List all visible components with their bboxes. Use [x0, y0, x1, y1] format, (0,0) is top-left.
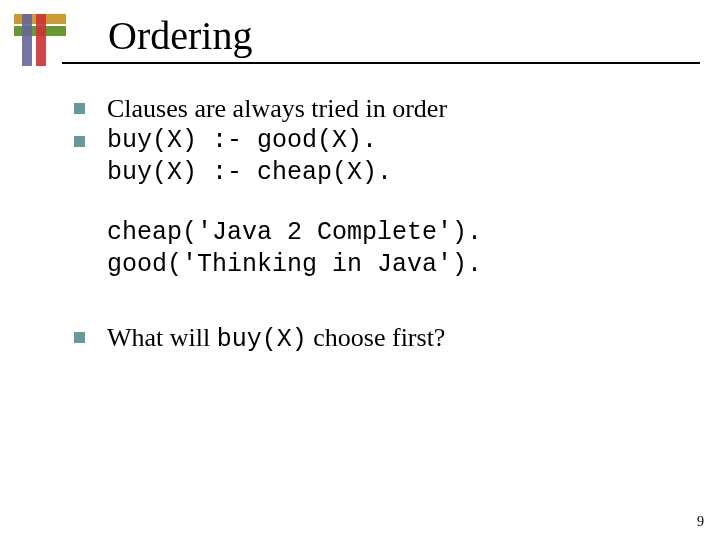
page-title: Ordering: [108, 12, 252, 59]
bullet-text: What will buy(X) choose first?: [107, 321, 680, 356]
bullet-text-code: buy(X) :- good(X).: [107, 125, 680, 157]
question-suffix: choose first?: [307, 323, 446, 352]
title-underline: [62, 62, 700, 64]
bullet-icon: [74, 136, 85, 147]
page-number: 9: [697, 514, 704, 530]
bullet-icon: [74, 332, 85, 343]
bullet-text: Clauses are always tried in order: [107, 92, 680, 125]
bullet-item: Clauses are always tried in order: [74, 92, 680, 125]
bullet-text-code: buy(X) :- cheap(X).: [74, 157, 680, 189]
code-fact: cheap('Java 2 Complete').: [74, 217, 680, 249]
bullet-item: What will buy(X) choose first?: [74, 321, 680, 356]
slide-logo: [14, 14, 74, 74]
bullet-icon: [74, 103, 85, 114]
question-prefix: What will: [107, 323, 217, 352]
question-code: buy(X): [217, 325, 307, 354]
code-fact: good('Thinking in Java').: [74, 249, 680, 281]
bullet-item: buy(X) :- good(X).: [74, 125, 680, 157]
slide-content: Clauses are always tried in order buy(X)…: [74, 92, 680, 356]
